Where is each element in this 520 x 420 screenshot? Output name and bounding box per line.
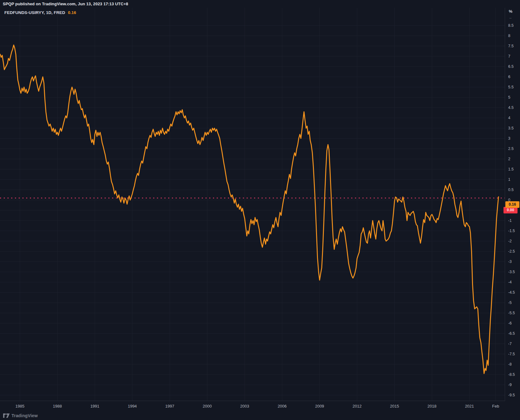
horizontal-gridlines xyxy=(0,26,505,395)
price-tick-label: -6 xyxy=(508,321,512,326)
price-tick-label: 1 xyxy=(508,177,510,182)
price-tick-label: -8 xyxy=(508,362,512,367)
price-tick-label: -3.5 xyxy=(508,269,515,274)
price-tick-label: 7 xyxy=(508,54,510,59)
price-tick-label: 5 xyxy=(508,95,510,100)
time-tick-label-1985: 1985 xyxy=(16,404,25,408)
price-tick-label: -7 xyxy=(508,341,512,346)
price-tick-label: 2.5 xyxy=(508,146,513,151)
price-tick-label: -1.5 xyxy=(508,228,515,233)
time-tick-label-2018: 2018 xyxy=(428,404,437,408)
price-tick-label: 8 xyxy=(508,33,510,38)
price-tick-label: 7.5 xyxy=(508,44,513,49)
price-tick-label: 0.5 xyxy=(508,187,513,192)
time-scale[interactable]: 1985198819911994199720002003200620092012… xyxy=(0,401,505,412)
time-tick-label-1997: 1997 xyxy=(165,404,174,408)
time-tick-label-1994: 1994 xyxy=(128,404,137,408)
time-tick-label-feb: Feb xyxy=(492,404,499,408)
price-scale[interactable]: % – 8.587.576.565.554.543.532.521.510.50… xyxy=(505,8,520,401)
tradingview-chart-window: SPQP published on TradingView.com, Jun 1… xyxy=(0,0,520,420)
time-tick-label-2006: 2006 xyxy=(278,404,287,408)
price-tick-label: 5.5 xyxy=(508,85,513,90)
time-tick-label-2000: 2000 xyxy=(203,404,212,408)
price-tick-label: -4.5 xyxy=(508,290,515,295)
time-tick-label-1988: 1988 xyxy=(53,404,62,408)
time-tick-label-2009: 2009 xyxy=(315,404,324,408)
tradingview-logo-icon xyxy=(3,413,10,418)
price-tick-label: -5 xyxy=(508,300,512,305)
price-tick-label: -2 xyxy=(508,239,512,244)
zero-line-price-tag: 0.00 xyxy=(503,207,518,213)
fedfunds-usiryy-series-line[interactable] xyxy=(0,45,499,374)
symbol-legend[interactable]: FEDFUNDS-USIRYY, 1D, FRED0.16 xyxy=(4,10,76,15)
price-tick-label: 4 xyxy=(508,115,510,120)
price-scale-unit-label: % xyxy=(509,9,513,14)
price-tick-label: -8.5 xyxy=(508,372,515,377)
price-tick-label: 6 xyxy=(508,74,510,79)
price-tick-label: -7.5 xyxy=(508,352,515,357)
price-tick-label: 6.5 xyxy=(508,64,513,69)
price-tick-label: 1.5 xyxy=(508,167,513,172)
price-tick-label: -9.5 xyxy=(508,393,515,398)
symbol-last-value: 0.16 xyxy=(68,10,76,15)
price-tick-label: -9 xyxy=(508,382,512,387)
tradingview-brand-text: TradingView xyxy=(12,413,38,418)
last-price-tag: 0.16 xyxy=(505,201,519,208)
time-tick-label-2003: 2003 xyxy=(240,404,249,408)
time-tick-label-2012: 2012 xyxy=(352,404,362,408)
publish-title: SPQP published on TradingView.com, Jun 1… xyxy=(3,2,128,6)
price-tick-label: 2 xyxy=(508,156,510,161)
price-tick-label: 3 xyxy=(508,136,510,141)
price-tick-label: -3 xyxy=(508,259,512,264)
time-tick-label-2015: 2015 xyxy=(390,404,399,408)
price-tick-label: 3.5 xyxy=(508,126,513,131)
price-tick-label: -5.5 xyxy=(508,310,515,315)
price-tick-label: -2.5 xyxy=(508,249,515,254)
price-tick-label: -1 xyxy=(508,218,512,223)
tradingview-logo[interactable]: TradingView xyxy=(3,413,38,418)
time-tick-label-2021: 2021 xyxy=(465,404,474,408)
chart-plot-area[interactable] xyxy=(0,0,520,420)
price-tick-label: 8.5 xyxy=(508,23,513,28)
bottom-toolbar: TradingView xyxy=(0,411,520,420)
price-tick-label: -4 xyxy=(508,280,512,285)
symbol-name[interactable]: FEDFUNDS-USIRYY, 1D, FRED xyxy=(4,10,65,15)
publish-header: SPQP published on TradingView.com, Jun 1… xyxy=(0,0,520,8)
price-tick-label: 4.5 xyxy=(508,105,513,110)
price-tick-label: -6.5 xyxy=(508,331,515,336)
time-tick-label-1991: 1991 xyxy=(90,404,99,408)
price-scale-dash: – xyxy=(509,16,512,20)
